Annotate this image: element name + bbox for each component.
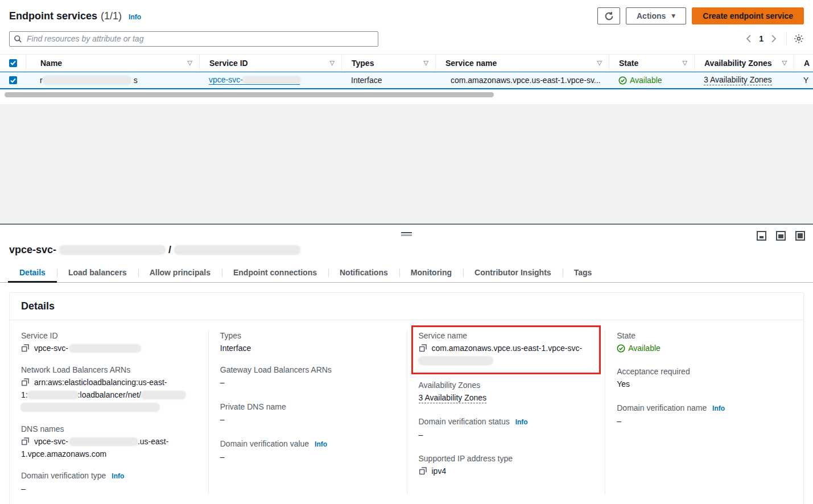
row-checkbox[interactable] xyxy=(9,76,17,84)
cell-types: Interface xyxy=(341,72,435,88)
panel-position-side-icon[interactable] xyxy=(795,231,805,241)
select-all-checkbox-cell xyxy=(0,55,26,71)
field-label: Acceptance required xyxy=(617,366,792,378)
value-fragment: arn:aws:elasticloadbalancing:us-east- xyxy=(34,378,167,387)
tab-notifications[interactable]: Notifications xyxy=(328,264,399,282)
details-column-4: State Available Acceptance required xyxy=(605,330,803,495)
field-label: Domain verification status xyxy=(419,417,510,426)
field-dns-names: DNS names vpce-svc-.us-east- 1.vpce.amaz… xyxy=(21,423,197,460)
tab-allow-principals[interactable]: Allow principals xyxy=(138,264,222,282)
redacted-text xyxy=(60,246,165,254)
tab-tags[interactable]: Tags xyxy=(563,264,604,282)
panel-position-bottom-icon[interactable] xyxy=(757,231,766,241)
availability-zones-link[interactable]: 3 Availability Zones xyxy=(419,393,487,403)
column-header-name[interactable]: Name ▽ xyxy=(26,55,199,71)
redacted-text xyxy=(44,76,130,84)
next-page-button[interactable] xyxy=(768,33,779,44)
field-service-name-highlighted: Service name com.amazonaws.vpce.us-east-… xyxy=(411,325,601,374)
redacted-text xyxy=(21,403,159,411)
select-all-checkbox[interactable] xyxy=(9,59,17,67)
details-heading: Details xyxy=(21,300,792,312)
field-value: – xyxy=(220,413,395,425)
tab-load-balancers[interactable]: Load balancers xyxy=(57,264,138,282)
field-label: Domain verification name xyxy=(617,403,707,412)
column-header-service-name[interactable]: Service name ▽ xyxy=(435,55,609,71)
available-check-icon xyxy=(618,76,627,85)
previous-page-button[interactable] xyxy=(743,33,754,44)
column-label: Service name xyxy=(445,59,497,68)
row-checkbox-cell xyxy=(0,72,26,88)
info-link[interactable]: Info xyxy=(315,440,327,448)
copy-icon[interactable] xyxy=(419,466,427,475)
cell-service-name: com.amazonaws.vpce.us-east-1.vpce-sv... xyxy=(435,72,609,88)
divider xyxy=(786,32,787,46)
resource-count: (1/1) xyxy=(101,10,122,22)
field-private-dns-name: Private DNS name – xyxy=(220,401,395,425)
tab-endpoint-connections[interactable]: Endpoint connections xyxy=(222,264,328,282)
filter-icon[interactable]: ▽ xyxy=(782,59,787,67)
tab-contributor-insights[interactable]: Contributor Insights xyxy=(463,264,563,282)
filter-icon[interactable]: ▽ xyxy=(424,59,428,67)
create-endpoint-service-button[interactable]: Create endpoint service xyxy=(692,7,804,24)
field-value: – xyxy=(220,376,395,389)
copy-icon[interactable] xyxy=(21,437,30,445)
column-header-acceptance[interactable]: A xyxy=(794,55,813,71)
filter-icon[interactable]: ▽ xyxy=(683,59,687,67)
filter-icon[interactable]: ▽ xyxy=(330,59,335,67)
field-acceptance-required: Acceptance required Yes xyxy=(617,366,792,390)
availability-zones-link[interactable]: 3 Availability Zones xyxy=(704,75,772,85)
filter-icon[interactable]: ▽ xyxy=(597,59,602,67)
column-header-state[interactable]: State ▽ xyxy=(609,55,694,71)
column-label: A xyxy=(804,59,810,68)
details-card-header: Details xyxy=(10,293,803,320)
copy-icon[interactable] xyxy=(21,344,30,352)
split-panel-tabs: Details Load balancers Allow principals … xyxy=(0,264,813,283)
horizontal-scrollbar-thumb[interactable] xyxy=(5,92,494,97)
value-fragment: vpce-svc- xyxy=(34,344,68,353)
info-link[interactable]: Info xyxy=(712,404,725,412)
field-label: DNS names xyxy=(21,423,197,435)
field-gwlb-arns: Gateway Load Balancers ARNs – xyxy=(220,364,395,389)
column-header-availability-zones[interactable]: Availability Zones ▽ xyxy=(694,55,794,71)
copy-icon[interactable] xyxy=(21,378,30,386)
service-name-value: com.amazonaws.vpce.us-east-1.vpce-sv... xyxy=(451,76,601,85)
info-link[interactable]: Info xyxy=(112,472,124,480)
page-info-link[interactable]: Info xyxy=(129,13,141,21)
service-id-fragment: vpce-svc- xyxy=(209,76,243,84)
tab-monitoring[interactable]: Monitoring xyxy=(399,264,463,282)
settings-gear-icon[interactable] xyxy=(794,34,804,44)
page-header: Endpoint services (1/1) Info Actions ▼ xyxy=(0,7,813,25)
split-panel-drag-handle[interactable] xyxy=(401,232,412,236)
available-check-icon xyxy=(617,344,625,353)
pagination: 1 xyxy=(743,32,804,46)
actions-button[interactable]: Actions ▼ xyxy=(626,7,686,24)
horizontal-scrollbar xyxy=(0,92,813,97)
copy-icon[interactable] xyxy=(419,344,427,352)
redacted-text xyxy=(69,438,138,445)
details-column-3: Service name com.amazonaws.vpce.us-east-… xyxy=(407,330,605,495)
field-value: – xyxy=(220,451,395,463)
cell-acceptance: Y xyxy=(794,72,813,88)
tab-details[interactable]: Details xyxy=(8,264,57,282)
current-page[interactable]: 1 xyxy=(759,34,764,43)
service-id-link[interactable]: vpce-svc- xyxy=(209,76,300,85)
cell-state: Available xyxy=(609,72,694,88)
info-link[interactable]: Info xyxy=(515,418,528,426)
filter-icon[interactable]: ▽ xyxy=(188,59,192,67)
refresh-button[interactable] xyxy=(597,7,620,24)
field-value: Yes xyxy=(617,378,792,390)
field-value: – xyxy=(21,482,197,495)
field-label: Network Load Balancers ARNs xyxy=(21,364,197,376)
panel-position-comfortable-icon[interactable] xyxy=(776,231,786,241)
field-value: Interface xyxy=(220,342,395,354)
search-input[interactable] xyxy=(9,31,378,47)
value-fragment: 1.vpce.amazonaws.com xyxy=(21,449,106,458)
field-state: State Available xyxy=(617,330,792,356)
column-label: Name xyxy=(40,59,62,68)
column-header-service-id[interactable]: Service ID ▽ xyxy=(199,55,341,71)
field-label: Gateway Load Balancers ARNs xyxy=(220,364,395,376)
table-row[interactable]: rs vpce-svc- Interface com.amazonaws.vpc… xyxy=(0,72,813,89)
column-header-types[interactable]: Types ▽ xyxy=(341,55,435,71)
value-fragment: :loadbalancer/net/ xyxy=(78,390,141,399)
cell-name: rs xyxy=(26,72,199,88)
